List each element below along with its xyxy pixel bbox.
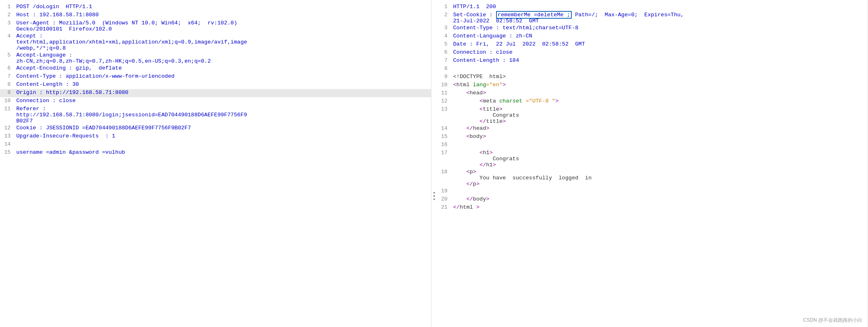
line-number: 11 [437,90,452,97]
line-content [452,188,868,195]
table-row: 16 [437,141,868,149]
line-content: <meta charset ="UTF-8 "> [452,98,868,105]
line-content: Content-Length : 30 [15,81,431,89]
table-row: 8Content-Length : 30 [0,81,431,89]
table-row: 11Referer : http://192.168.58.71:8080/lo… [0,105,431,124]
table-row: 10Connection : close [0,97,431,105]
table-row: 7Content-Length : 184 [437,57,868,65]
code-token [453,98,480,104]
table-row: 14 [0,141,431,149]
line-content: <body> [452,133,868,141]
right-pane: 1HTTP/1.1 2002Set-Cookie : rememberMe =d… [437,0,868,327]
code-token: head [470,90,483,96]
line-number: 1 [437,4,452,11]
set-cookie-prefix: Set-Cookie : [453,12,496,18]
code-token: > [503,82,506,88]
code-token: title [483,106,499,112]
code-token: </ [453,204,460,210]
line-number: 18 [437,169,452,187]
table-row: 12Cookie : JSESSIONID =EAD704490188D6AEF… [0,124,431,133]
line-number: 1 [0,4,15,11]
code-token: POST /doLogin HTTP/1.1 [16,4,92,10]
code-token: ="UTF-8 " [523,98,555,104]
left-pane: 1POST /doLogin HTTP/1.12Host : 192.168.5… [0,0,431,327]
table-row: 18 <p> You have successfully logged in <… [437,168,868,187]
line-number: 2 [0,12,15,19]
line-content: Accept-Encoding : gzip, deflate [15,65,431,72]
line-content: Accept-Language : zh-CN,zh;q=0.8,zh-TW;q… [15,52,431,64]
code-token: Connection : close [16,98,76,104]
line-content: User-Agent : Mozilla/5.0 (Windows NT 10.… [15,20,431,32]
code-token: < [466,169,470,175]
line-number: 2 [437,12,452,24]
line-content: </body> [452,196,868,203]
code-token: html [460,204,473,210]
code-token: > [483,90,486,96]
line-number: 9 [437,74,452,81]
line-content: Host : 192.168.58.71:8080 [15,12,431,19]
code-token [453,125,466,131]
code-token: HTTP/1.1 200 [453,4,496,10]
table-row: 6Connection : close [437,49,868,57]
dot [433,198,435,200]
line-content: <html lang="en"> [452,82,868,89]
table-row: 5Accept-Language : zh-CN,zh;q=0.8,zh-TW;… [0,52,431,65]
table-row: 9Origin : http://192.168.58.71:8080 [0,89,431,97]
line-content: POST /doLogin HTTP/1.1 [15,4,431,11]
code-token [453,106,480,112]
code-token: Upgrade-Insecure-Requests : 1 [16,133,115,139]
line-number: 3 [437,25,452,32]
code-token: h1 [486,162,493,168]
code-token: Connection : close [453,49,513,55]
code-token: title [486,118,503,124]
line-number: 10 [437,82,452,89]
table-row: 4Content-Language : zh-CN [437,33,868,41]
table-row: 8 [437,65,868,73]
separator [431,0,437,327]
code-token: Origin : http://192.168.58.71:8080 [16,89,128,96]
table-row: 9<!DOCTYPE html> [437,73,868,81]
code-token: > [473,204,479,210]
line-content: <head> [452,90,868,97]
line-number: 8 [437,65,452,73]
table-row: 10<html lang="en"> [437,81,868,89]
table-row: 1POST /doLogin HTTP/1.1 [0,3,431,11]
line-number: 4 [437,33,452,40]
line-content [452,142,868,149]
code-token: ="en" [486,82,503,88]
line-number: 6 [0,65,15,72]
line-content: Content-Type : application/x-www-form-ur… [15,73,431,81]
table-row: 15username =admin &password =vulhub [0,149,431,157]
table-row: 13 <title> Congrats </title> [437,106,868,125]
line-content: Date : Fri, 22 Jul 2022 02:58:52 GMT [452,41,868,48]
code-token: > [490,150,493,156]
code-token [453,150,480,156]
line-number: 17 [437,150,452,168]
table-row: 11 <head> [437,89,868,98]
line-content: Upgrade-Insecure-Requests : 1 [15,133,431,140]
code-token: head [473,125,486,131]
line-content: <h1> Congrats </h1> [452,150,868,168]
code-token: body [473,196,486,202]
line-number: 5 [437,41,452,48]
code-token: </ [466,181,473,187]
table-row: 5Date : Fri, 22 Jul 2022 02:58:52 GMT [437,41,868,49]
line-number: 21 [437,204,452,211]
line-number: 20 [437,196,452,203]
code-token: > [483,133,486,140]
line-number: 7 [437,57,452,65]
line-content [452,65,868,73]
table-row: 20 </body> [437,196,868,204]
dot [433,192,435,194]
line-number: 12 [437,98,452,105]
code-token [453,169,466,175]
line-content: Connection : close [452,49,868,57]
code-token: > [555,98,559,104]
code-token: h1 [483,150,489,156]
code-token: > [486,125,490,131]
code-token: lang [470,82,486,88]
code-token: > [503,118,506,124]
table-row: 17 <h1> Congrats </h1> [437,149,868,168]
code-token: Content-Language : zh-CN [453,33,532,39]
table-row: 21</html > [437,204,868,212]
